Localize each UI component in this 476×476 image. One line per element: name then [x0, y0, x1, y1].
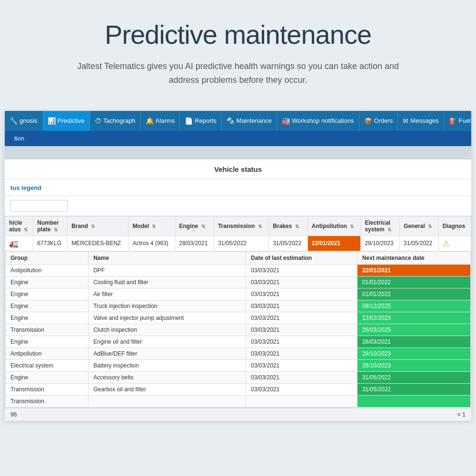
- sub-cell-date: 03/03/2021: [246, 312, 357, 324]
- sub-cell-next-date: 01/01/2022: [357, 276, 470, 288]
- vehicle-icon: 🚛: [9, 239, 19, 248]
- sub-cell-name: DPF: [89, 264, 246, 276]
- sub-cell-group: Transmission: [6, 383, 89, 395]
- nav-label-predictive: Predictive: [58, 117, 85, 124]
- col-electrical-system[interactable]: Electricalsystem ⇅: [361, 216, 400, 236]
- orders-icon: 📦: [364, 117, 372, 125]
- sub-cell-next-date: 26/03/2025: [357, 324, 470, 336]
- col-transmission[interactable]: Transmission ⇅: [214, 216, 268, 236]
- sub-table-data-row: EngineEngine oil and filter03/03/202128/…: [6, 336, 471, 347]
- page-title: Predictive maintenance: [38, 19, 438, 50]
- sub-cell-name: Engine oil and filter: [89, 336, 246, 347]
- sub-cell-group: Antipollution: [6, 347, 89, 359]
- sub-cell-group: Engine: [6, 276, 89, 288]
- sub-cell-name: Air filter: [89, 288, 246, 300]
- nav-item-alarms[interactable]: 🔔 Alarms: [141, 111, 180, 131]
- nav-item-diagnosis[interactable]: 🔧 gnosis: [5, 111, 43, 131]
- sub-table-header: Group Name Date of last estimation Next …: [6, 251, 471, 264]
- sub-cell-date: 03/03/2021: [246, 371, 357, 383]
- general-cell: 31/05/2022: [400, 236, 439, 251]
- brakes-cell: 31/05/2022: [269, 236, 308, 251]
- sub-cell-date: [246, 395, 357, 407]
- sub-cell-group: Engine: [6, 312, 89, 324]
- col-brakes[interactable]: Brakes ⇅: [269, 216, 308, 236]
- nav-label-workshop: Workshop notifications: [292, 117, 354, 124]
- nav-item-predictive[interactable]: 📊 Predictive: [43, 111, 90, 131]
- nav-label-maintenance: Maintenance: [237, 117, 272, 124]
- col-general[interactable]: General ⇅: [400, 216, 439, 236]
- messages-icon: ✉: [403, 117, 408, 125]
- sub-cell-date: 03/03/2021: [246, 324, 357, 336]
- sub-cell-next-date: 01/01/2022: [357, 288, 470, 300]
- sub-cell-group: Transmission: [6, 324, 89, 336]
- table-row: 🚛 6773KLG MERCEDES-BENZ Actros 4 (963) 2…: [5, 236, 471, 251]
- status-legend: tus legend: [5, 179, 471, 196]
- sub-nav: tion: [5, 131, 471, 146]
- col-brand[interactable]: Brand ⇅: [68, 216, 129, 236]
- nav-item-fuel[interactable]: ⛽ Fuel: [444, 111, 471, 131]
- model-cell: Actros 4 (963): [129, 236, 175, 251]
- sub-table-data-row: EngineTruck injection inspection03/03/20…: [6, 300, 471, 312]
- sub-col-name: Name: [89, 251, 246, 264]
- sub-cell-date: 03/03/2021: [246, 347, 357, 359]
- fuel-icon: ⛽: [449, 117, 457, 125]
- nav-label-alarms: Alarms: [156, 117, 175, 124]
- nav-item-orders[interactable]: 📦 Orders: [359, 111, 398, 131]
- sub-cell-name: Clutch inspection: [89, 324, 246, 336]
- nav-label-diagnosis: gnosis: [20, 117, 38, 124]
- col-diagnosis[interactable]: Diagnos: [438, 216, 471, 236]
- tachograph-icon: ⏱: [95, 117, 101, 125]
- nav-item-messages[interactable]: ✉ Messages: [398, 111, 444, 131]
- sub-table-data-row: EngineAccessory belts03/03/202131/05/202…: [6, 371, 471, 383]
- transmission-cell: 31/05/2022: [214, 236, 268, 251]
- sub-cell-date: 03/03/2021: [246, 264, 357, 276]
- nav-item-reports[interactable]: 📄 Reports: [180, 111, 222, 131]
- status-legend-link[interactable]: tus legend: [10, 184, 41, 191]
- sub-table-row: Group Name Date of last estimation Next …: [5, 251, 471, 407]
- search-bar: [5, 196, 471, 216]
- table-header-row: hicleatus ⇅ Numberplate ⇅ Brand ⇅ Model …: [5, 216, 471, 236]
- col-model[interactable]: Model ⇅: [129, 216, 175, 236]
- col-engine[interactable]: Engine ⇅: [175, 216, 214, 236]
- sub-cell-name: [89, 395, 246, 407]
- number-plate-cell: 6773KLG: [33, 236, 68, 251]
- sub-cell-date: 03/03/2021: [246, 359, 357, 371]
- nav-bar: 🔧 gnosis 📊 Predictive ⏱ Tachograph 🔔 Ala…: [5, 111, 471, 131]
- sub-table-data-row: TransmissionClutch inspection03/03/20212…: [6, 324, 471, 336]
- sub-cell-group: Transmission: [6, 395, 89, 407]
- sub-cell-next-date: 31/05/2022: [357, 383, 470, 395]
- main-table: hicleatus ⇅ Numberplate ⇅ Brand ⇅ Model …: [5, 216, 471, 408]
- diagnosis-cell: ⚠: [438, 236, 471, 251]
- sub-table-data-row: AntipollutionDPF03/03/202122/01/2021: [6, 264, 471, 276]
- sub-cell-date: 03/03/2021: [246, 383, 357, 395]
- sub-cell-date: 03/03/2021: [246, 276, 357, 288]
- row-count: 96: [10, 411, 17, 418]
- sub-cell-date: 03/03/2021: [246, 336, 357, 347]
- vehicle-icon-cell: 🚛: [5, 236, 33, 251]
- nav-item-workshop[interactable]: 🏭 Workshop notifications: [277, 111, 359, 131]
- col-antipollution[interactable]: Antipollution ⇅: [307, 216, 361, 236]
- brand-cell: MERCEDES-BENZ: [68, 236, 129, 251]
- nav-item-tachograph[interactable]: ⏱ Tachograph: [90, 111, 141, 131]
- sub-nav-label: tion: [14, 135, 24, 142]
- search-input[interactable]: [10, 200, 68, 212]
- nav-item-maintenance[interactable]: 🔩 Maintenance: [222, 111, 277, 131]
- sub-table-data-row: EngineCooling fluid and filter03/03/2021…: [6, 276, 471, 288]
- sub-cell-name: Valve and injector pump adjustment: [89, 312, 246, 324]
- col-number-plate[interactable]: Numberplate ⇅: [33, 216, 68, 236]
- hero-subtitle: Jaltest Telematics gives you AI predicti…: [71, 60, 405, 87]
- sub-cell-date: 03/03/2021: [246, 288, 357, 300]
- sub-cell-next-date: 28/03/2021: [357, 336, 470, 347]
- sub-cell-name: Truck injection inspection: [89, 300, 246, 312]
- sub-cell-group: Engine: [6, 288, 89, 300]
- nav-label-orders: Orders: [374, 117, 393, 124]
- col-vehicle-status[interactable]: hicleatus ⇅: [5, 216, 33, 236]
- diagnosis-icon: 🔧: [10, 117, 18, 125]
- maintenance-icon: 🔩: [227, 117, 235, 125]
- warning-icon: ⚠: [443, 239, 449, 248]
- hero-section: Predictive maintenance Jaltest Telematic…: [0, 0, 476, 101]
- sub-cell-next-date: 08/12/2025: [357, 300, 470, 312]
- sub-table-cell: Group Name Date of last estimation Next …: [5, 251, 471, 407]
- sub-col-next-maintenance: Next maintenance date: [357, 251, 470, 264]
- sub-nav-item-tion[interactable]: tion: [10, 135, 29, 142]
